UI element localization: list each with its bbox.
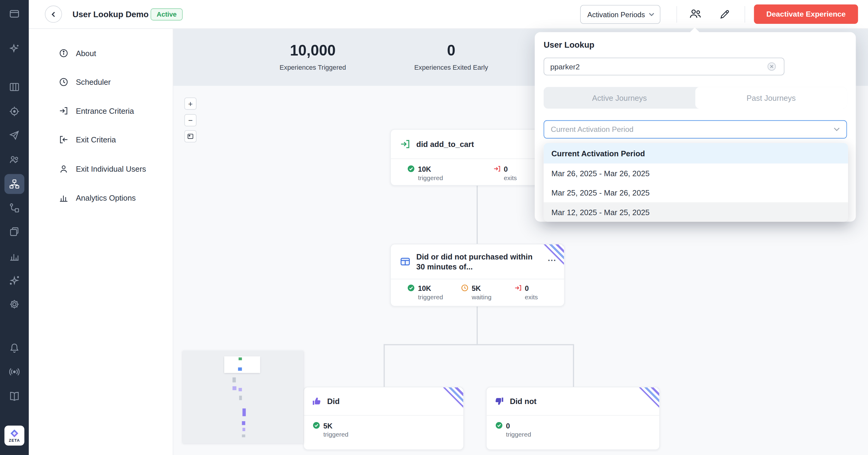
sidebar-item-label: Exit Individual Users <box>76 165 146 173</box>
tab-past-journeys[interactable]: Past Journeys <box>695 87 847 109</box>
dropdown-option-current[interactable]: Current Activation Period <box>544 143 848 164</box>
node-did-not[interactable]: Did not 0triggered <box>486 387 660 450</box>
stat-value: 10K <box>418 165 443 173</box>
journeys-icon[interactable] <box>9 178 20 190</box>
stat-label: triggered <box>323 431 348 438</box>
journeys-tabs: Active Journeys Past Journeys <box>544 87 847 109</box>
chevron-left-icon <box>50 11 57 18</box>
stat-value: 0 <box>390 42 512 59</box>
header-divider <box>676 6 677 23</box>
fit-view-button[interactable] <box>184 130 196 142</box>
dropdown-option[interactable]: Mar 26, 2025 - Mar 26, 2025 <box>544 164 848 183</box>
user-search-input[interactable] <box>544 58 784 76</box>
back-button[interactable] <box>45 5 62 23</box>
check-circle-icon <box>407 284 415 291</box>
status-badge: Active <box>151 8 183 21</box>
node-title: Did not <box>510 396 537 406</box>
connector-line <box>384 344 384 387</box>
info-icon <box>59 48 69 58</box>
node-stat-triggered: 5Ktriggered <box>313 422 348 438</box>
columns-icon[interactable] <box>9 82 20 93</box>
sidebar-item-label: Scheduler <box>76 78 111 86</box>
exit-icon <box>59 135 69 144</box>
sidebar-item-entrance-criteria[interactable]: Entrance Criteria <box>29 101 173 121</box>
stat-label: waiting <box>472 293 492 300</box>
node-divider <box>487 415 659 416</box>
stat-value: 0 <box>504 165 517 173</box>
split-test-icon <box>400 256 411 267</box>
minimap-node <box>242 421 245 425</box>
chevron-down-icon <box>834 127 840 131</box>
minimap-node <box>239 388 242 391</box>
clear-input-icon[interactable] <box>767 62 776 71</box>
sidebar-item-label: Exit Criteria <box>76 135 116 144</box>
broadcast-icon[interactable] <box>9 366 20 377</box>
notifications-bell-icon[interactable] <box>9 342 20 353</box>
audiences-icon[interactable] <box>9 154 20 165</box>
stat-experiences-exited-early: 0 Experiences Exited Early <box>390 42 512 72</box>
stat-label: triggered <box>418 175 443 181</box>
sparkles-icon[interactable] <box>9 43 20 54</box>
node-did[interactable]: Did 5Ktriggered <box>304 387 464 450</box>
activation-period-select-value: Current Activation Period <box>551 125 633 134</box>
minimap-node <box>239 358 242 360</box>
copy-icon[interactable] <box>9 226 20 237</box>
stat-value: 5K <box>323 422 348 430</box>
activation-period-select[interactable]: Current Activation Period <box>544 120 847 139</box>
sidebar-item-scheduler[interactable]: Scheduler <box>29 72 173 92</box>
stat-value: 10,000 <box>252 42 374 59</box>
zeta-logo-text: ZETA <box>9 438 20 442</box>
workflow-icon[interactable] <box>9 202 20 213</box>
sidebar-item-about[interactable]: About <box>29 43 173 63</box>
zoom-in-button[interactable]: + <box>184 97 196 110</box>
tab-active-journeys[interactable]: Active Journeys <box>544 87 695 109</box>
minimap-node <box>239 396 242 400</box>
dropdown-option[interactable]: Mar 25, 2025 - Mar 26, 2025 <box>544 183 848 202</box>
reports-icon[interactable] <box>9 250 20 262</box>
node-title: Did or did not purchased within 30 minut… <box>416 252 532 272</box>
stat-label: exits <box>525 293 538 300</box>
canvas-minimap[interactable] <box>183 351 303 444</box>
dropdown-option[interactable]: Mar 12, 2025 - Mar 25, 2025 <box>544 202 848 222</box>
activation-periods-dropdown[interactable]: Activation Periods <box>580 5 660 24</box>
deactivate-experience-button[interactable]: Deactivate Experience <box>754 4 858 24</box>
connector-line <box>573 344 574 387</box>
activation-period-dropdown: Current Activation Period Mar 26, 2025 -… <box>544 143 848 222</box>
docs-book-icon[interactable] <box>9 391 20 402</box>
minimap-node <box>232 386 236 390</box>
stat-label: exits <box>504 175 517 181</box>
stat-value: 5K <box>472 284 492 293</box>
check-circle-icon <box>407 165 415 172</box>
target-icon[interactable] <box>9 106 20 117</box>
entrance-icon <box>400 139 411 150</box>
sidebar-item-exit-criteria[interactable]: Exit Criteria <box>29 130 173 150</box>
node-title: did add_to_cart <box>416 139 474 149</box>
sidebar-item-analytics-options[interactable]: Analytics Options <box>29 188 173 208</box>
stat-value: 0 <box>525 284 538 293</box>
minimap-viewport[interactable] <box>224 356 260 373</box>
settings-gear-icon[interactable] <box>9 299 20 310</box>
user-lookup-icon[interactable] <box>689 8 702 22</box>
entrance-icon <box>59 106 69 116</box>
edit-pencil-icon[interactable] <box>719 9 730 22</box>
sidebar-item-exit-individual-users[interactable]: Exit Individual Users <box>29 159 173 179</box>
exit-arrow-icon <box>514 284 521 291</box>
stat-value: 0 <box>506 422 531 430</box>
check-circle-icon <box>495 422 503 429</box>
zoom-out-button[interactable]: − <box>184 114 196 126</box>
fit-view-icon <box>187 133 194 140</box>
send-icon[interactable] <box>9 130 20 141</box>
stat-label: Experiences Exited Early <box>390 64 512 72</box>
node-stat-waiting: 5Kwaiting <box>461 284 492 300</box>
node-divider <box>304 415 463 416</box>
stat-label: triggered <box>506 431 531 438</box>
node-stat-triggered: 10Ktriggered <box>407 284 443 300</box>
node-menu-button[interactable]: ... <box>548 253 556 262</box>
icon-rail: ZETA <box>0 0 29 455</box>
magic-icon[interactable] <box>9 275 20 286</box>
node-split-purchased[interactable]: Did or did not purchased within 30 minut… <box>390 244 565 307</box>
minimap-node <box>238 368 242 371</box>
zeta-logo[interactable]: ZETA <box>4 426 24 446</box>
screens-icon[interactable] <box>9 8 20 20</box>
user-lookup-popover: User Lookup Active Journeys Past Journey… <box>535 32 856 222</box>
